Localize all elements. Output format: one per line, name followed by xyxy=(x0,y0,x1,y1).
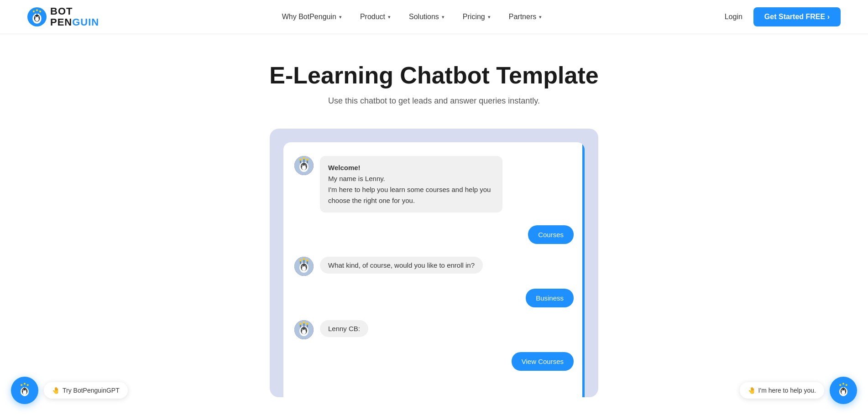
svg-point-68 xyxy=(24,383,26,385)
svg-point-69 xyxy=(27,384,29,386)
user-bubble-business: Business xyxy=(526,289,574,307)
svg-rect-65 xyxy=(24,384,26,388)
nav-links: Why BotPenguin ▾ Product ▾ Solutions ▾ P… xyxy=(282,13,542,21)
page-subtitle: Use this chatbot to get leads and answer… xyxy=(328,96,540,106)
user-reply-2: Business xyxy=(294,289,574,307)
main-content: E-Learning Chatbot Template Use this cha… xyxy=(0,34,868,415)
svg-point-53 xyxy=(299,323,301,325)
bot-bubble-2: What kind, of course, would you like to … xyxy=(320,257,483,274)
svg-point-7 xyxy=(38,16,39,17)
logo[interactable]: BOT PENGUIN xyxy=(27,6,99,28)
svg-rect-9 xyxy=(37,10,38,15)
svg-point-77 xyxy=(844,390,845,391)
login-button[interactable]: Login xyxy=(725,13,743,21)
chat-window: Welcome! My name is Lenny. I'm here to h… xyxy=(283,142,585,397)
avatar xyxy=(294,320,314,339)
get-started-button[interactable]: Get Started FREE › xyxy=(753,7,841,26)
svg-point-76 xyxy=(842,390,843,391)
navbar: BOT PENGUIN Why BotPenguin ▾ Product ▾ S… xyxy=(0,0,868,34)
svg-point-49 xyxy=(305,329,306,330)
svg-point-39 xyxy=(299,259,301,261)
nav-actions: Login Get Started FREE › xyxy=(725,7,841,26)
nav-link-solutions[interactable]: Solutions ▾ xyxy=(409,13,444,21)
logo-icon xyxy=(27,7,47,26)
nav-item-pricing[interactable]: Pricing ▾ xyxy=(463,13,491,21)
avatar xyxy=(294,257,314,276)
hand-emoji-right: 🤚 xyxy=(748,387,756,394)
nav-link-pricing[interactable]: Pricing ▾ xyxy=(463,13,491,21)
chat-launcher-right-button[interactable] xyxy=(830,377,857,404)
page-title: E-Learning Chatbot Template xyxy=(269,62,598,89)
svg-point-82 xyxy=(842,383,844,385)
bottom-left-widget: 🤚 Try BotPenguinGPT xyxy=(11,377,128,404)
svg-point-55 xyxy=(306,323,308,325)
svg-point-6 xyxy=(36,16,37,17)
bot-message-3: Lenny CB: xyxy=(294,320,574,339)
bot-message-1: Welcome! My name is Lenny. I'm here to h… xyxy=(294,156,574,213)
nav-item-partners[interactable]: Partners ▾ xyxy=(509,13,542,21)
svg-point-12 xyxy=(36,9,38,11)
logo-text: BOT PENGUIN xyxy=(50,6,99,28)
bot-bubble-3: Lenny CB: xyxy=(320,320,368,337)
nav-item-product[interactable]: Product ▾ xyxy=(360,13,391,21)
svg-point-67 xyxy=(21,384,22,386)
nav-label-partners: Partners xyxy=(509,13,536,21)
svg-rect-23 xyxy=(303,159,305,163)
help-text: I'm here to help you. xyxy=(758,387,816,394)
svg-rect-51 xyxy=(303,323,305,327)
avatar xyxy=(294,156,314,175)
bot-bubble-1: Welcome! My name is Lenny. I'm here to h… xyxy=(320,156,502,213)
svg-point-34 xyxy=(303,266,303,267)
bottom-right-widget: 🤚 I'm here to help you. xyxy=(740,377,857,404)
try-gpt-text: Try BotPenguinGPT xyxy=(63,387,120,394)
svg-point-21 xyxy=(305,165,306,166)
svg-point-54 xyxy=(303,322,305,323)
svg-point-63 xyxy=(26,390,26,391)
chat-container: Welcome! My name is Lenny. I'm here to h… xyxy=(270,129,598,397)
user-reply-1: Courses xyxy=(294,225,574,244)
svg-point-41 xyxy=(306,259,308,261)
svg-point-26 xyxy=(303,157,305,159)
chevron-down-icon: ▾ xyxy=(488,14,491,20)
nav-link-why[interactable]: Why BotPenguin ▾ xyxy=(282,13,342,21)
user-reply-3: View Courses xyxy=(294,352,574,371)
svg-point-13 xyxy=(39,10,41,12)
svg-rect-79 xyxy=(843,384,844,388)
blue-accent-line xyxy=(582,142,585,397)
chevron-down-icon: ▾ xyxy=(388,14,391,20)
chevron-down-icon: ▾ xyxy=(339,14,342,20)
hand-emoji-left: 🤚 xyxy=(52,387,60,394)
svg-point-11 xyxy=(33,10,35,12)
nav-link-product[interactable]: Product ▾ xyxy=(360,13,391,21)
chat-launcher-button[interactable] xyxy=(11,377,38,404)
chevron-down-icon: ▾ xyxy=(442,14,444,20)
svg-point-81 xyxy=(839,384,841,386)
help-label[interactable]: 🤚 I'm here to help you. xyxy=(740,382,824,399)
nav-item-why[interactable]: Why BotPenguin ▾ xyxy=(282,13,342,21)
svg-point-25 xyxy=(299,159,301,161)
svg-point-83 xyxy=(846,384,847,386)
svg-point-40 xyxy=(303,258,305,260)
nav-link-partners[interactable]: Partners ▾ xyxy=(509,13,542,21)
user-bubble-courses: Courses xyxy=(528,225,574,244)
nav-label-product: Product xyxy=(360,13,385,21)
welcome-text: Welcome! xyxy=(328,164,361,171)
nav-label-pricing: Pricing xyxy=(463,13,485,21)
bot-message-2: What kind, of course, would you like to … xyxy=(294,257,574,276)
user-bubble-view-courses: View Courses xyxy=(512,352,574,371)
svg-point-20 xyxy=(303,165,303,166)
svg-point-48 xyxy=(303,329,303,330)
nav-label-why: Why BotPenguin xyxy=(282,13,336,21)
svg-point-35 xyxy=(305,266,306,267)
svg-rect-37 xyxy=(303,259,305,264)
nav-item-solutions[interactable]: Solutions ▾ xyxy=(409,13,444,21)
chevron-down-icon: ▾ xyxy=(539,14,542,20)
nav-label-solutions: Solutions xyxy=(409,13,439,21)
try-gpt-label[interactable]: 🤚 Try BotPenguinGPT xyxy=(44,382,128,399)
svg-point-62 xyxy=(23,390,24,391)
svg-point-27 xyxy=(306,159,308,161)
